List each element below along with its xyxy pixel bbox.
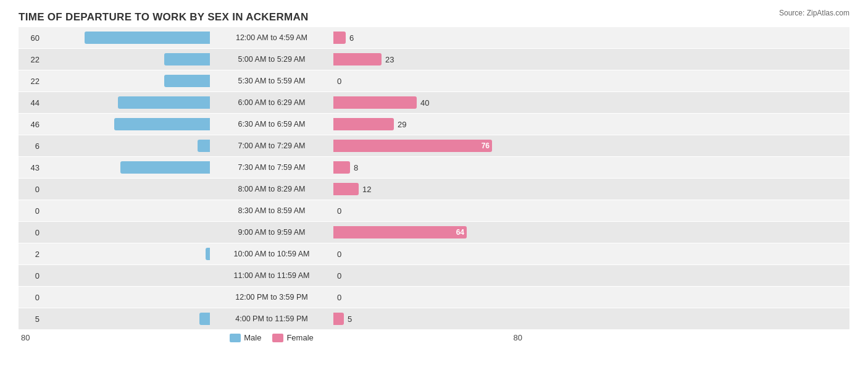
right-section: 6 xyxy=(333,32,525,44)
female-bar xyxy=(333,161,350,174)
right-section: 0 xyxy=(333,75,525,87)
right-section: 76 xyxy=(333,140,525,152)
female-value: 40 xyxy=(420,98,436,108)
male-bar xyxy=(206,248,210,260)
male-bar-wrapper xyxy=(43,53,210,65)
legend: Male Female xyxy=(210,333,333,342)
time-label: 6:30 AM to 6:59 AM xyxy=(210,120,333,129)
right-section: 0 xyxy=(333,248,525,260)
female-value: 0 xyxy=(337,293,353,302)
female-value: 0 xyxy=(337,77,353,86)
male-bar-wrapper xyxy=(43,118,210,130)
female-value: 23 xyxy=(385,55,401,64)
table-row: 012:00 PM to 3:59 PM0 xyxy=(19,287,849,308)
left-section: 2 xyxy=(19,248,210,260)
male-value: 6 xyxy=(23,141,40,151)
chart-area: 6012:00 AM to 4:59 AM6225:00 AM to 5:29 … xyxy=(19,27,849,329)
male-bar-wrapper xyxy=(43,248,210,260)
left-section: 6 xyxy=(19,140,210,152)
time-label: 12:00 AM to 4:59 AM xyxy=(210,33,333,42)
right-section: 0 xyxy=(333,205,525,217)
source-label: Source: ZipAtlas.com xyxy=(779,9,849,17)
legend-male: Male xyxy=(230,333,261,342)
female-bar-inside-value: 64 xyxy=(456,228,464,237)
time-label: 7:00 AM to 7:29 AM xyxy=(210,141,333,150)
male-value: 0 xyxy=(23,185,40,194)
time-label: 8:30 AM to 8:59 AM xyxy=(210,206,333,215)
table-row: 54:00 PM to 11:59 PM5 xyxy=(19,308,849,329)
male-bar-wrapper xyxy=(43,269,210,282)
left-section: 43 xyxy=(19,161,210,174)
female-value: 0 xyxy=(337,206,353,216)
table-row: 437:30 AM to 7:59 AM8 xyxy=(19,157,849,178)
table-row: 466:30 AM to 6:59 AM29 xyxy=(19,114,849,135)
right-section: 40 xyxy=(333,96,525,109)
male-bar xyxy=(114,118,210,130)
right-section: 12 xyxy=(333,183,525,195)
male-bar-wrapper xyxy=(43,183,210,195)
female-value: 29 xyxy=(398,120,414,129)
left-section: 0 xyxy=(19,269,210,282)
right-section: 5 xyxy=(333,313,525,325)
legend-female-box xyxy=(272,334,283,342)
male-value: 0 xyxy=(23,206,40,216)
right-section: 0 xyxy=(333,291,525,303)
left-section: 22 xyxy=(19,75,210,87)
axis-left-label: 80 xyxy=(19,333,210,342)
right-section: 23 xyxy=(333,53,525,65)
time-label: 4:00 PM to 11:59 PM xyxy=(210,314,333,323)
legend-male-box xyxy=(230,334,241,342)
time-label: 9:00 AM to 9:59 AM xyxy=(210,228,333,237)
time-label: 8:00 AM to 8:29 AM xyxy=(210,185,333,193)
male-bar-wrapper xyxy=(43,140,210,152)
female-bar xyxy=(333,32,346,44)
right-section: 64 xyxy=(333,226,525,238)
time-label: 12:00 PM to 3:59 PM xyxy=(210,293,333,302)
left-section: 0 xyxy=(19,291,210,303)
left-section: 5 xyxy=(19,313,210,325)
legend-female: Female xyxy=(272,333,313,342)
male-value: 46 xyxy=(23,120,40,129)
female-bar: 64 xyxy=(333,226,467,238)
table-row: 67:00 AM to 7:29 AM76 xyxy=(19,135,849,156)
male-bar xyxy=(120,161,210,174)
male-value: 0 xyxy=(23,293,40,302)
female-value: 8 xyxy=(354,163,370,172)
table-row: 08:00 AM to 8:29 AM12 xyxy=(19,179,849,200)
male-bar-wrapper xyxy=(43,291,210,303)
table-row: 446:00 AM to 6:29 AM40 xyxy=(19,92,849,113)
female-bar xyxy=(333,96,417,109)
male-bar-wrapper xyxy=(43,226,210,238)
chart-title: TIME OF DEPARTURE TO WORK BY SEX IN ACKE… xyxy=(19,11,849,23)
table-row: 6012:00 AM to 4:59 AM6 xyxy=(19,27,849,48)
table-row: 09:00 AM to 9:59 AM64 xyxy=(19,222,849,243)
table-row: 011:00 AM to 11:59 AM0 xyxy=(19,265,849,286)
male-bar-wrapper xyxy=(43,161,210,174)
legend-male-label: Male xyxy=(244,333,261,342)
left-section: 22 xyxy=(19,53,210,65)
table-row: 210:00 AM to 10:59 AM0 xyxy=(19,243,849,264)
female-bar: 76 xyxy=(333,140,492,152)
male-bar xyxy=(199,313,210,325)
male-value: 60 xyxy=(23,33,40,43)
male-bar xyxy=(118,96,210,109)
male-bar-wrapper xyxy=(43,96,210,109)
female-value: 6 xyxy=(349,33,365,43)
male-bar xyxy=(85,32,210,44)
male-value: 2 xyxy=(23,250,40,259)
female-value: 0 xyxy=(337,271,353,281)
right-section: 8 xyxy=(333,161,525,174)
male-value: 43 xyxy=(23,163,40,172)
time-label: 10:00 AM to 10:59 AM xyxy=(210,250,333,258)
male-bar xyxy=(164,53,210,65)
left-section: 0 xyxy=(19,226,210,238)
male-value: 5 xyxy=(23,314,40,324)
female-value: 5 xyxy=(348,314,364,324)
legend-female-label: Female xyxy=(286,333,313,342)
right-section: 29 xyxy=(333,118,525,130)
right-section: 0 xyxy=(333,269,525,282)
table-row: 225:30 AM to 5:59 AM0 xyxy=(19,70,849,91)
left-section: 46 xyxy=(19,118,210,130)
time-label: 11:00 AM to 11:59 AM xyxy=(210,271,333,280)
time-label: 6:00 AM to 6:29 AM xyxy=(210,98,333,107)
